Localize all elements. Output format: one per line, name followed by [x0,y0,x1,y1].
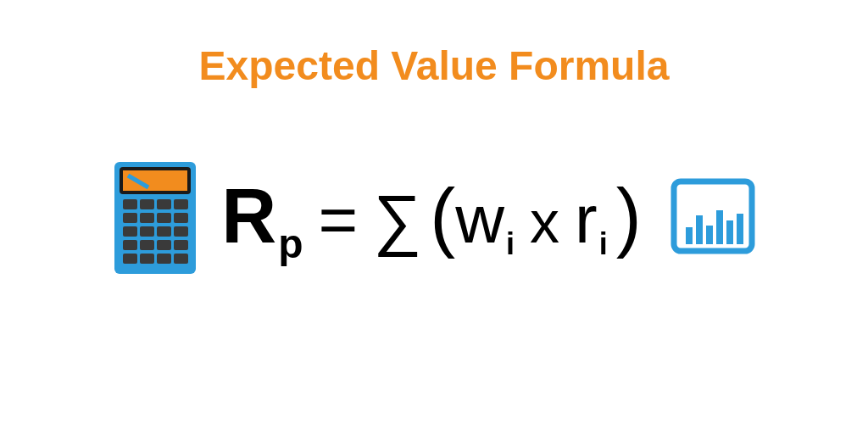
svg-rect-18 [174,240,188,250]
sigma-symbol: ∑ [373,186,421,254]
svg-rect-25 [696,215,703,244]
bar-chart-icon [670,178,755,254]
right-paren: ) [616,178,642,254]
svg-rect-21 [157,254,171,264]
svg-rect-1 [121,169,189,192]
svg-rect-8 [140,213,154,223]
svg-rect-14 [174,226,188,237]
svg-rect-13 [157,226,171,237]
svg-rect-10 [174,213,188,223]
svg-rect-17 [157,240,171,250]
term1-variable: w [455,186,504,254]
svg-rect-29 [737,214,743,244]
term1-subscript: i [506,229,515,259]
formula: R p = ∑ ( w i x r i ) [221,178,642,254]
svg-rect-9 [157,213,171,223]
svg-rect-22 [174,254,188,264]
svg-rect-27 [716,210,723,244]
page-title: Expected Value Formula [199,42,670,89]
svg-rect-24 [686,227,693,244]
svg-rect-4 [140,199,154,209]
page-container: Expected Value Formula [0,0,868,446]
term2-subscript: i [599,229,608,259]
svg-rect-15 [123,240,137,250]
calculator-icon [113,157,198,276]
svg-rect-11 [123,226,137,237]
left-paren: ( [430,178,455,254]
svg-rect-12 [140,226,154,237]
svg-rect-19 [123,254,137,264]
equals-sign: = [319,186,359,254]
lhs-subscript: p [278,224,303,265]
term2-variable: r [575,186,598,254]
times-symbol: x [530,192,559,252]
svg-rect-20 [140,254,154,264]
svg-rect-28 [726,220,733,244]
lhs-variable: R [221,178,276,254]
svg-rect-7 [123,213,137,223]
svg-rect-5 [157,199,171,209]
svg-rect-16 [140,240,154,250]
svg-rect-26 [706,226,713,244]
svg-rect-3 [123,199,137,209]
formula-row: R p = ∑ ( w i x r i ) [113,157,755,276]
svg-rect-6 [174,199,188,209]
